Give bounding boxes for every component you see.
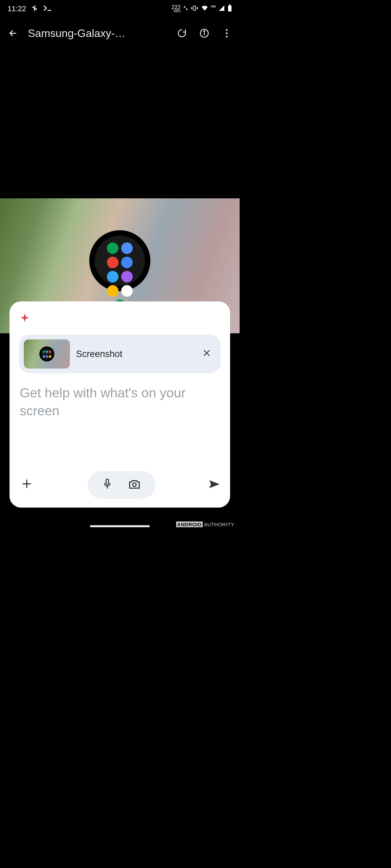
battery-icon <box>227 4 232 13</box>
mic-button[interactable] <box>103 478 112 492</box>
status-time: 11:22 <box>7 4 26 13</box>
svg-point-7 <box>226 29 227 31</box>
home-indicator[interactable] <box>90 525 150 527</box>
send-button[interactable] <box>208 479 221 490</box>
sparkle-icon <box>19 313 221 326</box>
screenshot-thumbnail[interactable] <box>24 339 70 369</box>
input-toolbar <box>19 471 221 499</box>
svg-point-6 <box>204 31 205 32</box>
status-left: 11:22 <box>7 4 52 13</box>
page-title: Samsung-Galaxy-… <box>28 27 167 40</box>
svg-point-11 <box>133 483 136 486</box>
watch-illustration <box>89 230 150 291</box>
voice-camera-pill <box>88 471 155 499</box>
chip-close-button[interactable] <box>200 346 214 362</box>
chip-label: Screenshot <box>76 349 193 359</box>
arrows-updown-icon <box>183 5 188 13</box>
info-button[interactable] <box>197 26 212 41</box>
svg-rect-10 <box>106 479 109 485</box>
wifi-icon <box>201 5 208 13</box>
hd-badge: HD <box>211 5 216 8</box>
watermark: ANDROID AUTHORITY <box>176 521 234 527</box>
svg-point-8 <box>226 32 227 34</box>
screenshot-chip: Screenshot <box>19 335 221 373</box>
rotate-button[interactable] <box>174 26 189 41</box>
back-button[interactable] <box>5 26 20 41</box>
app-bar: Samsung-Galaxy-… <box>0 18 240 49</box>
camera-button[interactable] <box>128 479 141 491</box>
svg-point-0 <box>34 8 35 9</box>
add-button[interactable] <box>19 477 35 493</box>
status-bar: 11:22 222 kB/s HD <box>0 0 240 18</box>
status-right: 222 kB/s HD <box>171 4 232 13</box>
svg-rect-1 <box>193 6 196 11</box>
svg-rect-2 <box>228 5 231 12</box>
svg-point-9 <box>226 36 227 37</box>
pinwheel-icon <box>31 4 38 13</box>
assistant-overlay: Screenshot Get help with what's on your … <box>10 301 230 508</box>
more-button[interactable] <box>219 26 234 41</box>
terminal-icon <box>43 5 52 13</box>
prompt-input[interactable]: Get help with what's on your screen <box>19 383 221 420</box>
network-speed: 222 kB/s <box>171 5 181 13</box>
svg-rect-3 <box>229 4 230 5</box>
vibrate-icon <box>191 4 198 13</box>
signal-icon <box>219 5 225 13</box>
